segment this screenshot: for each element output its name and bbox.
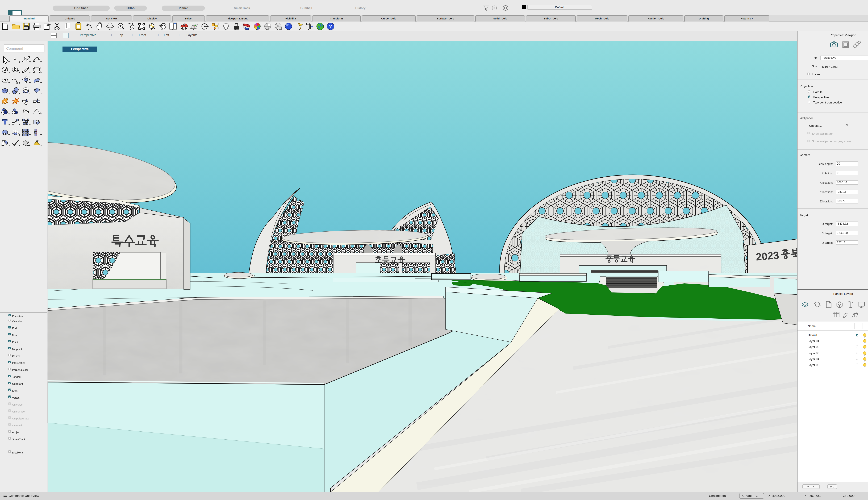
svg-text:?: ?: [329, 24, 332, 29]
svg-text:2023: 2023: [755, 249, 779, 263]
